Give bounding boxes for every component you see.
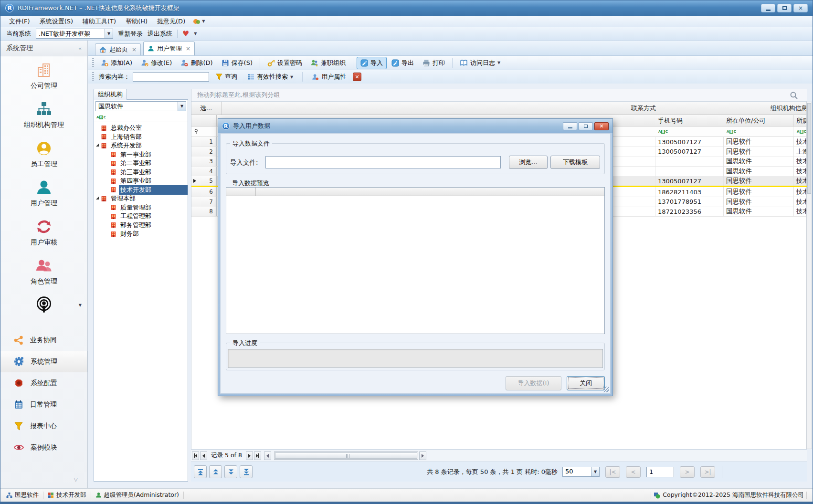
column-header-dept[interactable]: 所属 xyxy=(793,115,807,126)
prev-record-button[interactable] xyxy=(200,452,207,460)
import-button[interactable]: 导入 xyxy=(357,57,387,69)
validity-search-button[interactable]: 有效性搜索 ▼ xyxy=(244,71,297,83)
search-icon[interactable] xyxy=(789,91,799,100)
logout-button[interactable]: 退出系统 xyxy=(148,30,172,38)
expand-triangle-icon[interactable] xyxy=(96,197,99,200)
current-page-input[interactable] xyxy=(646,467,674,477)
page-first-button[interactable] xyxy=(194,465,207,478)
dialog-close-action-button[interactable]: 关闭 xyxy=(567,376,605,390)
tree-node[interactable]: 上海销售部 xyxy=(94,133,188,142)
horizontal-scrollbar[interactable] xyxy=(274,452,418,460)
access-log-button[interactable]: 访问日志 ▼ xyxy=(456,57,504,69)
dialog-title-bar[interactable]: R 导入用户数据 ✕ xyxy=(218,119,612,133)
sidebar-expand-chevron-icon[interactable]: ▽ xyxy=(74,476,78,483)
tree-node[interactable]: 质量管理部 xyxy=(94,203,188,212)
dialog-maximize-button[interactable] xyxy=(579,122,593,130)
scroll-right-button[interactable] xyxy=(419,452,426,460)
prev-page-button[interactable]: < xyxy=(626,466,641,478)
minimize-button[interactable] xyxy=(761,4,775,12)
page-up-button[interactable] xyxy=(209,465,222,478)
relogin-button[interactable]: 重新登录 xyxy=(118,30,143,38)
chevron-down-icon[interactable]: ▼ xyxy=(194,32,197,36)
maximize-button[interactable] xyxy=(777,4,792,12)
last-page-button[interactable]: >| xyxy=(700,466,715,478)
first-page-button[interactable]: |< xyxy=(605,466,620,478)
chevron-down-icon[interactable]: ▼ xyxy=(178,102,186,111)
next-page-button[interactable]: > xyxy=(680,466,695,478)
chevron-down-icon[interactable]: ▼ xyxy=(79,303,82,307)
browse-button[interactable]: 浏览... xyxy=(509,156,548,169)
close-tab-icon[interactable]: × xyxy=(186,45,190,52)
sidebar-item-daily-management[interactable]: 日常管理 xyxy=(0,394,87,415)
query-button[interactable]: 查询 xyxy=(212,71,241,83)
sidebar-item-collaboration[interactable]: 业务协同 xyxy=(0,329,87,351)
favorite-heart-icon[interactable]: ♥ xyxy=(182,30,189,38)
sidebar-item-company[interactable]: 公司管理 xyxy=(0,56,87,95)
sidebar-item-podcast[interactable]: ▼ xyxy=(0,291,87,319)
menu-tools[interactable]: 辅助工具(T) xyxy=(78,16,121,27)
filter-cell[interactable]: ABC xyxy=(793,126,807,136)
menu-file[interactable]: 文件(F) xyxy=(4,16,35,27)
tree-node-selected[interactable]: 技术开发部 xyxy=(94,186,188,195)
save-button[interactable]: 保存(S) xyxy=(218,57,256,69)
tab-user-management[interactable]: 用户管理 × xyxy=(143,42,195,55)
filter-cell[interactable]: ABC xyxy=(655,126,723,136)
sidebar-item-roles[interactable]: 角色管理 xyxy=(0,252,87,291)
page-down-button[interactable] xyxy=(224,465,237,478)
select-column-header[interactable]: 选... xyxy=(191,102,222,115)
band-contact-header[interactable]: 联系方式 xyxy=(564,102,723,115)
menu-settings[interactable]: 系统设置(S) xyxy=(35,16,78,27)
edit-button[interactable]: 修改(E) xyxy=(137,57,176,69)
close-tab-icon[interactable]: × xyxy=(132,46,137,53)
chevron-down-icon[interactable]: ▼ xyxy=(591,467,599,476)
menu-feedback[interactable]: 提意见(D) xyxy=(152,16,190,27)
tree-node[interactable]: 工程管理部 xyxy=(94,212,188,221)
dialog-close-button[interactable]: ✕ xyxy=(594,122,609,130)
vertical-scrollbar[interactable] xyxy=(806,102,812,449)
tree-node-expanded[interactable]: 系统开发部 xyxy=(94,141,188,150)
export-button[interactable]: 导出 xyxy=(388,57,418,69)
tree-node[interactable]: 第三事业部 xyxy=(94,168,188,177)
system-select[interactable]: .NET敏捷开发框架 ▼ xyxy=(36,29,113,39)
filter-cell[interactable]: ABC xyxy=(723,126,793,136)
sidebar-item-system-config[interactable]: 系统配置 xyxy=(0,372,87,394)
tree-node-expanded[interactable]: 管理本部 xyxy=(94,194,188,203)
tree-node[interactable]: 总裁办公室 xyxy=(94,124,188,133)
page-last-button[interactable] xyxy=(240,465,253,478)
column-header-company[interactable]: 所在单位/公司 xyxy=(723,115,793,126)
tab-home[interactable]: 起始页 × xyxy=(95,43,141,55)
first-record-button[interactable] xyxy=(192,452,199,460)
theme-picker-button[interactable]: ▼ xyxy=(193,18,205,25)
close-search-button[interactable]: ✕ xyxy=(353,73,361,81)
dialog-minimize-button[interactable] xyxy=(563,122,577,130)
scrollbar-thumb[interactable] xyxy=(807,103,811,194)
import-file-input[interactable] xyxy=(265,156,501,168)
sidebar-item-employee[interactable]: 员工管理 xyxy=(0,135,87,174)
collapse-sidebar-icon[interactable]: « xyxy=(78,45,82,52)
sidebar-item-report-center[interactable]: 报表中心 xyxy=(0,415,87,437)
set-password-button[interactable]: 设置密码 xyxy=(264,57,306,69)
tree-filter-row[interactable]: ABC xyxy=(94,113,188,122)
download-template-button[interactable]: 下载模板 xyxy=(550,156,600,169)
scroll-left-button[interactable] xyxy=(264,452,271,460)
import-data-button[interactable]: 导入数据(I) xyxy=(506,376,561,390)
sidebar-item-case-module[interactable]: 案例模块 xyxy=(0,437,87,458)
sidebar-item-system-management[interactable]: 系统管理 xyxy=(0,351,87,372)
band-org-header[interactable]: 组织机构信息 xyxy=(723,102,807,115)
next-record-button[interactable] xyxy=(246,452,253,460)
menu-help[interactable]: 帮助(H) xyxy=(121,16,152,27)
sidebar-item-organization[interactable]: 组织机构管理 xyxy=(0,95,87,135)
org-root-select[interactable]: 国思软件 ▼ xyxy=(95,101,186,111)
org-panel-tab[interactable]: 组织机构 xyxy=(94,89,127,100)
delete-button[interactable]: 删除(D) xyxy=(177,57,216,69)
tree-node[interactable]: 第二事业部 xyxy=(94,159,188,168)
filter-pin-cell[interactable] xyxy=(191,126,217,136)
page-size-select[interactable]: 50 ▼ xyxy=(562,467,600,477)
resize-grip[interactable] xyxy=(603,387,609,392)
user-attributes-button[interactable]: 用户属性 xyxy=(308,71,350,83)
tree-node[interactable]: 财务部 xyxy=(94,230,188,239)
parttime-org-button[interactable]: 兼职组织 xyxy=(307,57,349,69)
search-input[interactable] xyxy=(133,72,209,82)
sidebar-item-user[interactable]: 用户管理 xyxy=(0,174,87,213)
tree-node[interactable]: 部务管理部 xyxy=(94,221,188,230)
